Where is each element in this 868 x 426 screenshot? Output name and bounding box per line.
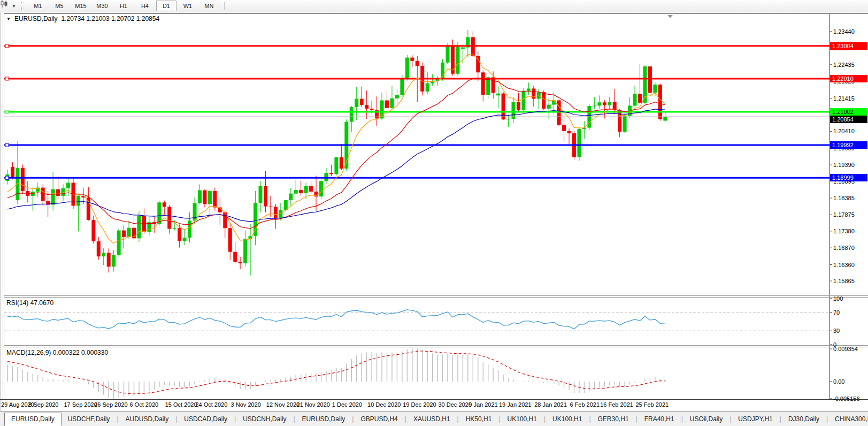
chart-tab-gbpusd-h4[interactable]: GBPUSD,H4: [354, 413, 404, 425]
toolbar-separator: [224, 2, 225, 10]
candlestick-chart-icon[interactable]: [2, 2, 11, 10]
chart-tab-uk100-h1[interactable]: UK100,H1: [546, 413, 588, 425]
timeframe-button-m1[interactable]: M1: [28, 1, 48, 11]
chart-symbol-period: EURUSD,Daily: [14, 15, 58, 22]
timeframe-button-m5[interactable]: M5: [49, 1, 70, 11]
chart-ohlc-values: 1.20734 1.21003 1.20702 1.20854: [62, 15, 160, 22]
price-chart-canvas[interactable]: [0, 0, 868, 426]
timeframe-button-mn[interactable]: MN: [199, 1, 219, 11]
chart-tab-usdcad-daily[interactable]: USDCAD,Daily: [178, 413, 234, 425]
chart-tab-usdjpy-h1[interactable]: USDJPY,H1: [732, 413, 779, 425]
toolbar: ▼ M1M5M15M30H1H4D1W1MN: [0, 0, 868, 12]
chart-tab-usdcnh-daily[interactable]: USDCNH,Daily: [236, 413, 293, 425]
chart-tab-xauusd-h1[interactable]: XAUUSD,H1: [407, 413, 457, 425]
timeframe-button-h1[interactable]: H1: [113, 1, 134, 11]
chart-tab-uk100-h1[interactable]: UK100,H1: [501, 413, 543, 425]
chart-tab-china300-h1[interactable]: CHINA300,H1: [828, 413, 868, 425]
chart-tab-eurusd-daily[interactable]: EURUSD,Daily: [296, 413, 352, 425]
chart-tab-audusd-daily[interactable]: AUDUSD,Daily: [119, 413, 175, 425]
chart-tab-ger30-h1[interactable]: GER30,H1: [592, 413, 635, 425]
timeframe-button-w1[interactable]: W1: [178, 1, 198, 11]
chart-tab-usdchf-daily[interactable]: USDCHF,Daily: [62, 413, 117, 425]
chart-menu-icon[interactable]: ▼: [6, 17, 11, 21]
timeframe-button-group: M1M5M15M30H1H4D1W1MN: [27, 1, 220, 11]
chart-tab-bar: EURUSD,DailyUSDCHF,Daily|AUDUSD,Daily|US…: [0, 411, 868, 426]
timeframe-button-m15[interactable]: M15: [71, 1, 91, 11]
chart-tab-dj30-daily[interactable]: DJ30,Daily: [782, 413, 826, 425]
toolbar-grip: [21, 2, 24, 10]
timeframe-button-d1[interactable]: D1: [156, 1, 176, 11]
timeframe-button-h4[interactable]: H4: [135, 1, 155, 11]
chart-tab-fra40-h1[interactable]: FRA40,H1: [638, 413, 681, 425]
chart-tab-hk50-h1[interactable]: HK50,H1: [459, 413, 498, 425]
chart-title: ▼ EURUSD,Daily 1.20734 1.21003 1.20702 1…: [6, 15, 159, 22]
chart-tab-usoil-daily[interactable]: USOil,Daily: [683, 413, 729, 425]
timeframe-button-m30[interactable]: M30: [92, 1, 112, 11]
chart-tab-eurusd-daily[interactable]: EURUSD,Daily: [4, 413, 62, 426]
chart-type-dropdown-caret[interactable]: ▼: [12, 4, 16, 9]
